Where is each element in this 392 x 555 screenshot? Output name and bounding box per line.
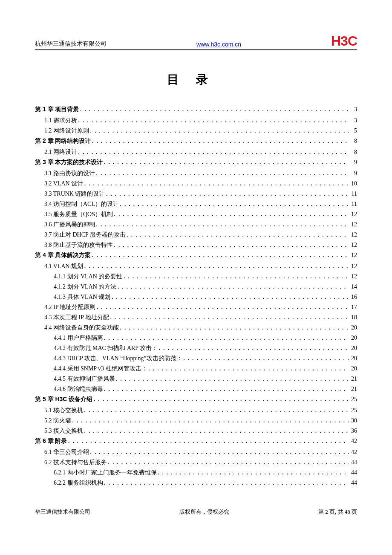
toc-entry-page: 44 [349,459,357,466]
toc-entry[interactable]: 1.2 网络设计原则 .............................… [35,127,357,135]
toc-entry-label: 4.4 网络设备自身的安全功能 [44,324,119,332]
toc-entry[interactable]: 4.4.1 用户严格隔离 ...........................… [35,334,357,342]
toc-entry-label: 4.4.1 用户严格隔离 [54,334,103,342]
toc-entry-page: 12 [349,242,357,249]
toc-entry[interactable]: 4.1.1 划分 VLAN 的必要性 .....................… [35,273,357,280]
toc-entry-label: 4.4.6 防治蠕虫病毒 [54,385,103,393]
toc-entry-page: 10 [349,180,357,187]
toc-entry[interactable]: 4.3 本次工程 IP 地址分配 .......................… [35,314,357,321]
toc-entry-page: 9 [349,159,357,166]
toc-entry-label: 4.1.2 划分 VLAN 的方法 [54,283,116,291]
footer-copyright: 版权所有，侵权必究 [179,508,229,516]
toc-entry[interactable]: 6.1 华三公司介绍 .............................… [35,448,357,456]
toc-entry[interactable]: 3.5 服务质量（QOS）机制 ........................… [35,211,357,218]
toc-entry-page: 12 [349,231,357,238]
toc-entry[interactable]: 第 6 章 附录 ...............................… [35,437,357,445]
toc-entry[interactable]: 3.1 路由协议的设计 ............................… [35,170,357,177]
toc-entry-label: 1.2 网络设计原则 [44,127,89,135]
toc-leader-dots: ........................................… [95,221,349,228]
toc-entry[interactable]: 3.6 广播风暴的抑制 ............................… [35,221,357,228]
toc-entry-label: 6.2 技术支持与售后服务 [44,459,107,466]
toc-entry-page: 17 [349,304,357,311]
toc-leader-dots: ........................................… [126,231,349,238]
toc-entry[interactable]: 4.1.2 划分 VLAN 的方法 ......................… [35,283,357,291]
toc-entry[interactable]: 4.4.4 采用 SNMP v3 杜绝网管攻击： ...............… [35,365,357,373]
h3c-logo: H3C [331,34,357,48]
toc-leader-dots: ........................................… [105,190,349,197]
toc-entry[interactable]: 4.4.2 有效防范 MAC 扫描和 ARP 攻击： .............… [35,344,357,352]
toc-entry-page: 42 [349,449,357,456]
toc-leader-dots: ........................................… [122,273,349,280]
toc-entry[interactable]: 4.4.5 有效抑制广播风暴 .........................… [35,375,357,383]
toc-entry-page: 12 [349,263,357,270]
toc-entry-label: 5.2 防火墙 [44,417,71,425]
toc-entry[interactable]: 6.2.2 服务组织机构 ...........................… [35,479,357,487]
toc-entry[interactable]: 4.1.3 具体 VLAN 规划 .......................… [35,293,357,301]
toc-entry-page: 30 [349,417,357,424]
toc-entry-label: 4.1.1 划分 VLAN 的必要性 [54,273,122,280]
toc-leader-dots: ........................................… [115,375,349,382]
toc-entry-page: 20 [349,335,357,341]
toc-leader-dots: ........................................… [91,137,349,144]
toc-entry-label: 3.8 防止基于流的攻击特性 [44,241,113,249]
toc-entry[interactable]: 第 2 章 网络结构设计 ...........................… [35,137,357,145]
toc-entry-label: 第 5 章 H3C 设备介绍 [35,396,92,403]
toc-entry-page: 25 [349,396,357,403]
toc-entry-label: 4.4.2 有效防范 MAC 扫描和 ARP 攻击： [54,344,158,352]
toc-entry-label: 5.1 核心交换机 [44,407,83,414]
toc-entry-label: 4.4.3 DHCP 攻击、VLAN “Hopping”攻击的防范： [54,355,182,362]
toc-entry[interactable]: 5.2 防火墙 ................................… [35,417,357,425]
toc-entry[interactable]: 4.1 VLAN 规划 ............................… [35,263,357,270]
company-name: 杭州华三通信技术有限公司 [35,40,107,48]
toc-leader-dots: ........................................… [103,385,349,392]
toc-entry-label: 2.1 网络设计 [44,148,77,156]
toc-entry[interactable]: 5.1 核心交换机 ..............................… [35,407,357,414]
toc-entry[interactable]: 5.3 接入交换机 ..............................… [35,427,357,435]
toc-leader-dots: ........................................… [158,344,349,351]
toc-entry-label: 5.3 接入交换机 [44,427,83,435]
toc-entry[interactable]: 3.2 VLAN 设计 ............................… [35,180,357,188]
toc-entry[interactable]: 4.4.6 防治蠕虫病毒 ...........................… [35,385,357,393]
toc-entry-label: 3.7 防止对 DHCP 服务器的攻击 [44,231,126,239]
toc-entry-label: 第 4 章 具体解决方案 [35,251,91,259]
toc-entry[interactable]: 4.2 IP 地址分配原则 ..........................… [35,304,357,311]
toc-entry[interactable]: 3.7 防止对 DHCP 服务器的攻击 ....................… [35,231,357,239]
toc-entry[interactable]: 3.8 防止基于流的攻击特性 .........................… [35,241,357,249]
toc-entry[interactable]: 第 4 章 具体解决方案 ...........................… [35,251,357,259]
toc-entry[interactable]: 6.2.1 两小时厂家上门服务一年免费维保 ..................… [35,469,357,477]
toc-leader-dots: ........................................… [91,251,349,258]
toc-entry[interactable]: 6.2 技术支持与售后服务 ..........................… [35,459,357,466]
toc-leader-dots: ........................................… [95,304,349,310]
toc-entry-page: 5 [349,127,357,134]
toc-leader-dots: ........................................… [103,334,349,341]
toc-entry-label: 4.4.4 采用 SNMP v3 杜绝网管攻击： [54,365,147,373]
toc-entry[interactable]: 3.3 TRUNK 链路的设计 ........................… [35,190,357,198]
toc-leader-dots: ........................................… [67,437,349,444]
toc-entry-page: 21 [349,376,357,382]
toc-leader-dots: ........................................… [95,170,349,176]
toc-entry-page: 12 [349,221,357,228]
toc-entry[interactable]: 2.1 网络设计 ...............................… [35,148,357,156]
toc-entry[interactable]: 4.4.3 DHCP 攻击、VLAN “Hopping”攻击的防范： .....… [35,355,357,362]
toc-entry-page: 11 [349,191,357,197]
toc-entry[interactable]: 第 3 章 本方案的技术设计 .........................… [35,159,357,166]
toc-entry[interactable]: 1.1 需求分析 ...............................… [35,117,357,124]
toc-entry-page: 11 [349,201,357,208]
toc-entry[interactable]: 第 5 章 H3C 设备介绍 .........................… [35,396,357,403]
toc-entry[interactable]: 3.4 访问控制（ACL）的设计 .......................… [35,200,357,208]
toc-leader-dots: ........................................… [89,448,349,455]
toc-entry-page: 14 [349,283,357,290]
footer-company: 华三通信技术有限公司 [35,508,90,516]
toc-entry[interactable]: 第 1 章 项目背景 .............................… [35,106,357,113]
toc-leader-dots: ........................................… [83,427,349,434]
company-url-link[interactable]: www.h3c.com.cn [196,41,241,48]
toc-entry[interactable]: 4.4 网络设备自身的安全功能 ........................… [35,324,357,332]
toc-entry-page: 42 [349,438,357,445]
toc-leader-dots: ........................................… [109,314,349,321]
toc-leader-dots: ........................................… [83,263,349,269]
toc-entry-page: 25 [349,407,357,414]
toc-entry-page: 8 [349,149,357,156]
toc-entry-label: 1.1 需求分析 [44,117,77,124]
table-of-contents: 第 1 章 项目背景 .............................… [35,106,357,487]
toc-leader-dots: ........................................… [89,127,349,134]
